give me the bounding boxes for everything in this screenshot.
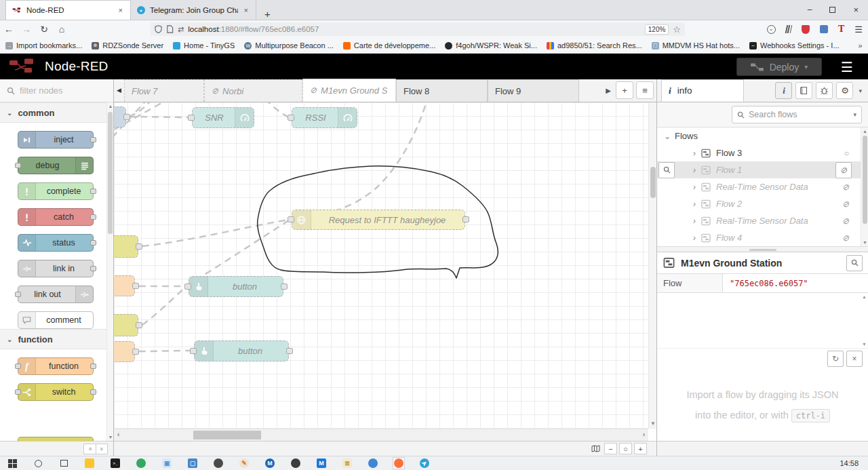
bookmark-item[interactable]: Home - TinyGS <box>173 41 235 50</box>
canvas-vertical-scrollbar[interactable]: ▼ <box>648 102 656 428</box>
maximize-button[interactable] <box>829 7 835 13</box>
flow-tab-Norbi[interactable]: ⊘Norbi <box>204 79 302 102</box>
sidebar-more-caret[interactable]: ▾ <box>856 87 864 94</box>
canvas-node-clipped[interactable] <box>114 341 135 362</box>
browser-tab[interactable]: ➤Telegram: Join Group Chat× <box>131 0 256 20</box>
flow-list-button[interactable]: ≡ <box>636 81 654 99</box>
wire[interactable] <box>142 220 289 246</box>
palette-expand-categories-button[interactable]: » <box>96 444 108 454</box>
input-port[interactable] <box>15 292 21 297</box>
photos-icon[interactable]: ▣ <box>161 458 172 469</box>
canvas-node-button[interactable]: button <box>189 276 283 297</box>
output-port[interactable] <box>90 266 96 271</box>
flow-disabled-toggle[interactable]: ⊘ <box>842 199 849 209</box>
input-port[interactable] <box>188 115 195 121</box>
search-options-caret[interactable]: ▾ <box>853 111 856 118</box>
palette-category-function[interactable]: ⌄function <box>0 329 113 349</box>
browser-tab[interactable]: Node-RED× <box>5 0 131 20</box>
output-port[interactable] <box>136 322 142 328</box>
back-button[interactable]: ← <box>0 24 18 35</box>
palette-filter[interactable]: filter nodes <box>0 79 113 102</box>
tree-root-flows[interactable]: ⌄Flows <box>657 128 868 144</box>
scroll-right-icon[interactable]: › <box>643 431 645 438</box>
permissions-icon[interactable]: ⇄ <box>178 25 184 34</box>
tab-close-icon[interactable]: × <box>117 6 124 14</box>
input-port[interactable] <box>15 163 21 168</box>
canvas-node-clipped[interactable] <box>114 314 138 336</box>
chevron-right-icon[interactable]: › <box>690 149 699 158</box>
palette-category-common[interactable]: ⌄common <box>0 102 113 123</box>
tree-item-flow-4[interactable]: ›Flow 4⊘ <box>657 229 868 246</box>
scroll-down-icon[interactable]: ▼ <box>107 435 114 439</box>
chevron-right-icon[interactable]: › <box>690 199 699 209</box>
library-icon[interactable] <box>785 25 792 33</box>
close-panel-button[interactable]: × <box>846 351 863 367</box>
bookmark-item[interactable]: WMultipurpose Beacon ... <box>244 41 334 50</box>
adblock-shield-icon[interactable] <box>802 25 810 34</box>
tree-item-real-time-sensor-data[interactable]: ›Real-Time Sensor Data⊘ <box>657 178 868 195</box>
chevron-right-icon[interactable]: › <box>690 182 699 192</box>
output-port[interactable] <box>123 114 130 120</box>
sidebar-debug-button[interactable] <box>816 82 833 99</box>
app-icon-dark-2[interactable] <box>290 458 301 469</box>
tracking-shield-icon[interactable] <box>155 25 162 33</box>
firefox-icon[interactable] <box>393 458 404 469</box>
palette-node-status[interactable]: status <box>18 234 94 252</box>
canvas-node-request-to-ifttt-haugheyjoe[interactable]: Request to IFTTT haugheyjoe <box>292 210 465 230</box>
canvas-node-clipped[interactable] <box>114 106 126 128</box>
bookmark-item[interactable]: •••Webhooks Settings - I... <box>749 41 840 50</box>
output-port[interactable] <box>90 389 96 395</box>
refresh-button[interactable]: ↻ <box>827 351 844 367</box>
wire[interactable] <box>129 102 157 117</box>
palette-node-link-in[interactable]: link in <box>18 260 94 277</box>
input-port[interactable] <box>15 364 21 369</box>
sidebar-info-button[interactable]: i <box>775 82 792 99</box>
zoom-reset-button[interactable]: ○ <box>619 443 632 454</box>
tree-item-flow-2[interactable]: ›Flow 2⊘ <box>657 195 868 212</box>
chevron-right-icon[interactable]: › <box>690 233 699 243</box>
output-port[interactable] <box>90 189 96 194</box>
bookmarks-overflow-chevron[interactable]: » <box>859 41 863 50</box>
chevron-right-icon[interactable]: › <box>690 216 699 226</box>
palette-node-link-out[interactable]: link out <box>18 286 94 303</box>
canvas-horizontal-scrollbar[interactable]: ‹ › <box>114 429 648 441</box>
tree-item-flow-1[interactable]: ›Flow 1⊘ <box>657 161 868 178</box>
close-window-button[interactable]: × <box>853 5 859 15</box>
terminal-icon[interactable]: >_ <box>110 458 121 469</box>
tab-info[interactable]: iinfo <box>661 79 744 102</box>
url-text[interactable]: localhost:1880/#flow/765ec086.e6057 <box>188 25 641 33</box>
bookmark-item[interactable]: f4goh/WSPR: Weak Si... <box>445 41 537 50</box>
zoom-out-button[interactable]: − <box>604 443 617 454</box>
output-port[interactable] <box>132 349 139 355</box>
detail-scrollbar[interactable]: ▲ ▼ <box>861 293 868 348</box>
canvas-node-snr[interactable]: SNR <box>192 107 254 128</box>
documents-icon[interactable]: ≣ <box>342 458 353 469</box>
scroll-down-icon[interactable]: ▼ <box>649 420 656 427</box>
deploy-options-caret[interactable]: ▾ <box>804 63 808 71</box>
palette-node-inject[interactable]: inject <box>18 131 94 149</box>
app-icon-blue-square[interactable]: M <box>316 458 327 469</box>
input-port[interactable] <box>184 283 191 290</box>
palette-node-complete[interactable]: complete <box>18 182 94 200</box>
paint-icon[interactable]: ✎ <box>239 458 250 469</box>
palette-node-debug[interactable]: debug <box>18 157 94 174</box>
app-icon-blue-orb[interactable] <box>368 458 378 469</box>
sidebar-resize-divider[interactable] <box>657 246 868 252</box>
input-port[interactable] <box>15 389 21 395</box>
canvas-node-clipped[interactable] <box>114 275 135 296</box>
palette-node-switch[interactable]: switch <box>18 383 94 401</box>
output-port[interactable] <box>136 243 142 250</box>
palette-node-comment[interactable]: comment <box>18 311 94 329</box>
output-port[interactable] <box>462 216 469 222</box>
output-port[interactable] <box>281 283 288 290</box>
tree-scrollbar[interactable]: ▲ ▼ <box>861 128 868 246</box>
palette-node-catch[interactable]: catch <box>18 208 94 226</box>
chevron-right-icon[interactable]: › <box>690 165 699 175</box>
canvas-node-button[interactable]: button <box>194 340 289 361</box>
flow-tab-Flow-9[interactable]: Flow 9 <box>488 79 579 102</box>
flow-tab-M1evn-Ground-S[interactable]: ⊘M1evn Ground S <box>302 79 396 102</box>
scroll-up-icon[interactable]: ▲ <box>107 104 114 109</box>
tab-scroll-right-icon[interactable]: ▶ <box>604 81 613 99</box>
output-port[interactable] <box>132 283 139 289</box>
reload-button[interactable]: ↻ <box>35 24 53 35</box>
